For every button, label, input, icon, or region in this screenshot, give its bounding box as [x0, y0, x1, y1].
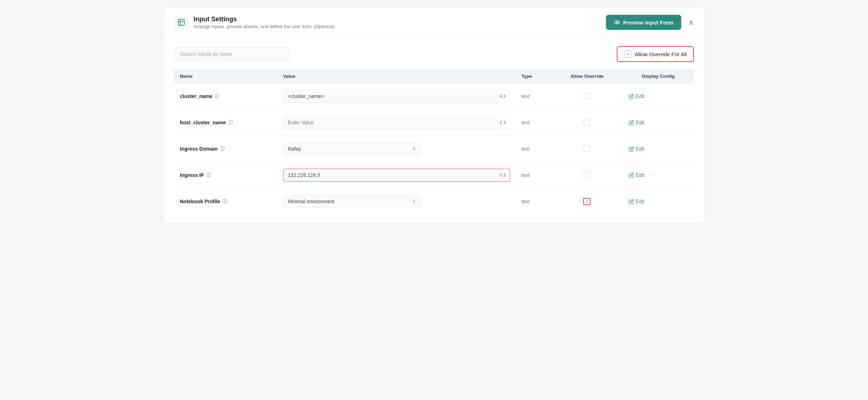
display-config-cell-ingress-ip: Edit — [623, 162, 694, 188]
input-settings-panel: Input Settings Arrange inputs, provide a… — [164, 7, 704, 223]
info-icon-ingress-ip: ⓘ — [206, 172, 211, 178]
value-cell-notebook-profile: Minimal environment ⇅ — [283, 195, 510, 208]
chevron-updown-icon-ingress-domain: ⇅ — [412, 146, 416, 151]
panel-title: Input Settings — [194, 15, 335, 23]
code-btn-cluster-name[interactable] — [496, 90, 510, 103]
toolbar-row: − Allow Override For All — [174, 46, 694, 62]
svg-point-4 — [616, 22, 618, 23]
value-cell-ingress-ip — [283, 169, 510, 182]
code-btn-ingress-ip[interactable] — [496, 169, 510, 182]
info-icon-host-cluster-name: ⓘ — [228, 119, 233, 126]
override-checkbox-notebook-profile[interactable]: ✓ — [583, 198, 590, 205]
input-settings-icon — [174, 15, 189, 30]
col-display-config: Display Config — [623, 69, 694, 83]
preview-button-label: Preview Input Form — [623, 19, 673, 26]
allow-override-all-label: Allow Override For All — [635, 51, 687, 57]
info-icon-notebook-profile: ⓘ — [222, 198, 227, 205]
type-cell-cluster-name: text — [516, 83, 551, 110]
search-wrapper — [174, 47, 289, 61]
inputs-table: Name Value Type Allow Override Display C… — [174, 69, 694, 214]
display-config-cell-notebook-profile: Edit — [623, 188, 694, 215]
info-icon-ingress-domain: ⓘ — [220, 146, 225, 152]
panel-body: − Allow Override For All Name Value Type… — [164, 37, 704, 223]
panel-header: Input Settings Arrange inputs, provide a… — [164, 8, 704, 37]
header-left: Input Settings Arrange inputs, provide a… — [174, 15, 335, 30]
col-allow-override: Allow Override — [551, 69, 623, 83]
table-row: Notebook Profile ⓘ Minimal environment ⇅… — [174, 188, 694, 215]
edit-btn-ingress-ip[interactable]: Edit — [629, 172, 645, 178]
value-cell-host-cluster-name — [283, 116, 510, 129]
override-checkbox-cluster-name[interactable] — [584, 93, 590, 99]
preview-input-form-button[interactable]: Preview Input Form — [606, 15, 681, 30]
allow-override-all-button[interactable]: − Allow Override For All — [617, 46, 694, 62]
select-value-label-ingress-domain: Rafay — [288, 146, 301, 152]
minus-icon: − — [624, 50, 631, 58]
override-checkbox-host-cluster-name[interactable] — [584, 119, 590, 125]
search-input[interactable] — [174, 47, 289, 61]
row-name-notebook-profile: Notebook Profile ⓘ — [180, 198, 272, 205]
display-config-cell-host-cluster-name: Edit — [623, 110, 694, 136]
col-value: Value — [278, 69, 516, 83]
select-ingress-domain[interactable]: Rafay ⇅ — [283, 142, 420, 155]
override-cell-notebook-profile: ✓ — [551, 188, 623, 215]
value-input-ingress-ip[interactable] — [283, 169, 496, 182]
override-cell-ingress-ip — [551, 162, 623, 188]
display-config-cell-cluster-name: Edit — [623, 83, 694, 110]
value-input-cluster-name[interactable] — [283, 90, 496, 103]
edit-btn-ingress-domain[interactable]: Edit — [629, 146, 645, 152]
override-cell-host-cluster-name — [551, 110, 623, 136]
row-name-host-cluster-name: host_cluster_name ⓘ — [180, 119, 272, 126]
value-cell-ingress-domain: Rafay ⇅ — [283, 142, 510, 155]
override-checkbox-ingress-ip[interactable] — [584, 172, 590, 178]
table-header-row: Name Value Type Allow Override Display C… — [174, 69, 694, 83]
info-icon-cluster-name: ⓘ — [214, 93, 219, 99]
header-text: Input Settings Arrange inputs, provide a… — [194, 15, 335, 29]
collapse-button[interactable]: ∧ — [688, 18, 694, 27]
table-row: cluster_name ⓘ text — [174, 83, 694, 110]
override-checkbox-ingress-domain[interactable] — [584, 145, 590, 152]
override-cell-cluster-name — [551, 83, 623, 110]
code-btn-host-cluster-name[interactable] — [496, 116, 510, 129]
type-cell-host-cluster-name: text — [516, 110, 551, 136]
type-cell-notebook-profile: text — [516, 188, 551, 215]
svg-rect-0 — [178, 19, 185, 26]
row-name-cluster-name: cluster_name ⓘ — [180, 93, 272, 99]
value-input-host-cluster-name[interactable] — [283, 116, 496, 129]
eye-icon — [614, 19, 620, 26]
edit-btn-host-cluster-name[interactable]: Edit — [629, 120, 645, 125]
edit-btn-cluster-name[interactable]: Edit — [629, 93, 645, 99]
row-name-ingress-ip: Ingress IP ⓘ — [180, 172, 272, 178]
value-cell-cluster-name — [283, 90, 510, 103]
edit-btn-notebook-profile[interactable]: Edit — [629, 199, 645, 204]
table-row: host_cluster_name ⓘ text — [174, 110, 694, 136]
row-name-ingress-domain: Ingress Domain ⓘ — [180, 146, 272, 152]
chevron-updown-icon-notebook-profile: ⇅ — [412, 199, 416, 204]
select-notebook-profile[interactable]: Minimal environment ⇅ — [283, 195, 420, 208]
type-cell-ingress-domain: text — [516, 136, 551, 162]
table-row: Ingress IP ⓘ text — [174, 162, 694, 188]
display-config-cell-ingress-domain: Edit — [623, 136, 694, 162]
type-cell-ingress-ip: text — [516, 162, 551, 188]
col-type: Type — [516, 69, 551, 83]
override-cell-ingress-domain — [551, 136, 623, 162]
panel-subtitle: Arrange inputs, provide aliases, and def… — [194, 24, 335, 29]
select-value-label-notebook-profile: Minimal environment — [288, 199, 335, 204]
col-name: Name — [174, 69, 278, 83]
table-row: Ingress Domain ⓘ Rafay ⇅ text — [174, 136, 694, 162]
